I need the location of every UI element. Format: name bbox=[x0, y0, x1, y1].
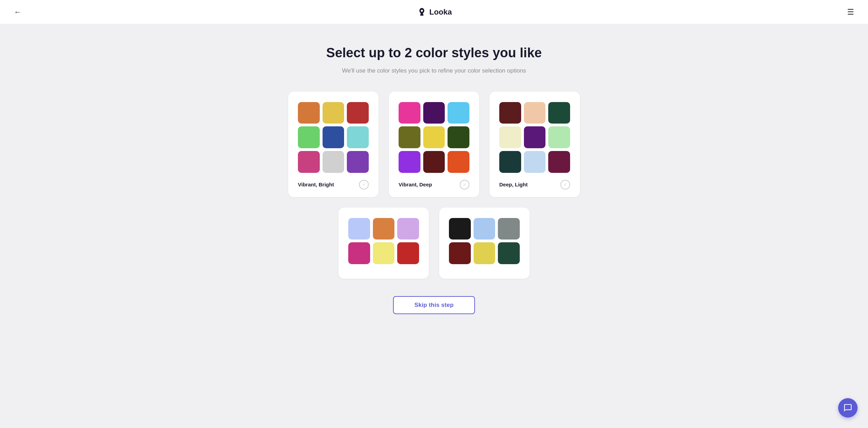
swatch-soft-pastel-3 bbox=[348, 242, 370, 264]
swatch-vibrant-bright-2 bbox=[347, 102, 369, 124]
swatch-soft-pastel-1 bbox=[373, 218, 395, 240]
logo-icon bbox=[417, 7, 427, 17]
card-check-deep-light: ✓ bbox=[560, 180, 570, 190]
main-content: Select up to 2 color styles you like We'… bbox=[226, 24, 642, 356]
swatch-deep-light-7 bbox=[524, 151, 546, 173]
swatch-deep-light-1 bbox=[524, 102, 546, 124]
logo: Looka bbox=[417, 7, 452, 17]
top-cards-row: Vibrant, Bright✓Vibrant, Deep✓Deep, Ligh… bbox=[240, 92, 628, 197]
color-swatches-deep-light bbox=[499, 102, 570, 173]
card-check-vibrant-deep: ✓ bbox=[460, 180, 469, 190]
menu-button[interactable]: ☰ bbox=[847, 8, 854, 17]
swatch-deep-light-8 bbox=[548, 151, 570, 173]
swatch-soft-pastel-0 bbox=[348, 218, 370, 240]
swatch-neutral-dark-0 bbox=[449, 218, 471, 240]
color-card-soft-pastel[interactable] bbox=[339, 208, 429, 279]
swatch-neutral-dark-5 bbox=[498, 242, 520, 264]
swatch-deep-light-6 bbox=[499, 151, 521, 173]
color-card-neutral-dark[interactable] bbox=[439, 208, 529, 279]
swatch-deep-light-3 bbox=[499, 126, 521, 148]
swatch-vibrant-bright-7 bbox=[323, 151, 344, 173]
swatch-deep-light-2 bbox=[548, 102, 570, 124]
color-card-vibrant-bright[interactable]: Vibrant, Bright✓ bbox=[288, 92, 378, 197]
chat-icon bbox=[843, 403, 852, 412]
color-card-deep-light[interactable]: Deep, Light✓ bbox=[490, 92, 580, 197]
chat-bubble-button[interactable] bbox=[838, 398, 858, 418]
color-swatches-vibrant-bright bbox=[298, 102, 369, 173]
swatch-neutral-dark-1 bbox=[474, 218, 495, 240]
swatch-soft-pastel-5 bbox=[397, 242, 419, 264]
card-footer-deep-light: Deep, Light✓ bbox=[499, 180, 570, 190]
color-swatches-neutral-dark bbox=[449, 218, 520, 264]
swatch-vibrant-bright-6 bbox=[298, 151, 320, 173]
swatch-soft-pastel-4 bbox=[373, 242, 395, 264]
swatch-vibrant-bright-0 bbox=[298, 102, 320, 124]
color-swatches-vibrant-deep bbox=[399, 102, 469, 173]
card-check-vibrant-bright: ✓ bbox=[359, 180, 369, 190]
svg-point-0 bbox=[421, 10, 423, 12]
swatch-neutral-dark-3 bbox=[449, 242, 471, 264]
color-card-vibrant-deep[interactable]: Vibrant, Deep✓ bbox=[389, 92, 479, 197]
skip-button[interactable]: Skip this step bbox=[393, 296, 475, 314]
logo-text: Looka bbox=[429, 8, 452, 17]
color-swatches-soft-pastel bbox=[348, 218, 419, 264]
swatch-vibrant-deep-1 bbox=[423, 102, 445, 124]
skip-button-wrapper: Skip this step bbox=[240, 296, 628, 314]
swatch-vibrant-deep-6 bbox=[399, 151, 420, 173]
back-button[interactable]: ← bbox=[14, 8, 22, 17]
swatch-deep-light-4 bbox=[524, 126, 546, 148]
card-footer-vibrant-bright: Vibrant, Bright✓ bbox=[298, 180, 369, 190]
swatch-vibrant-deep-5 bbox=[448, 126, 469, 148]
swatch-vibrant-deep-4 bbox=[423, 126, 445, 148]
swatch-vibrant-bright-5 bbox=[347, 126, 369, 148]
header: ← Looka ☰ bbox=[0, 0, 868, 24]
card-label-vibrant-deep: Vibrant, Deep bbox=[399, 182, 432, 187]
swatch-deep-light-0 bbox=[499, 102, 521, 124]
swatch-vibrant-bright-8 bbox=[347, 151, 369, 173]
page-subtitle: We'll use the color styles you pick to r… bbox=[240, 67, 628, 74]
card-footer-vibrant-deep: Vibrant, Deep✓ bbox=[399, 180, 469, 190]
swatch-vibrant-bright-4 bbox=[323, 126, 344, 148]
card-label-deep-light: Deep, Light bbox=[499, 182, 528, 187]
card-label-vibrant-bright: Vibrant, Bright bbox=[298, 182, 334, 187]
swatch-vibrant-bright-3 bbox=[298, 126, 320, 148]
swatch-vibrant-deep-3 bbox=[399, 126, 420, 148]
swatch-deep-light-5 bbox=[548, 126, 570, 148]
swatch-vibrant-deep-8 bbox=[448, 151, 469, 173]
page-title: Select up to 2 color styles you like bbox=[240, 45, 628, 61]
swatch-vibrant-deep-7 bbox=[423, 151, 445, 173]
swatch-vibrant-bright-1 bbox=[323, 102, 344, 124]
swatch-soft-pastel-2 bbox=[397, 218, 419, 240]
swatch-neutral-dark-4 bbox=[474, 242, 495, 264]
swatch-neutral-dark-2 bbox=[498, 218, 520, 240]
bottom-cards-row bbox=[240, 208, 628, 279]
swatch-vibrant-deep-0 bbox=[399, 102, 420, 124]
swatch-vibrant-deep-2 bbox=[448, 102, 469, 124]
